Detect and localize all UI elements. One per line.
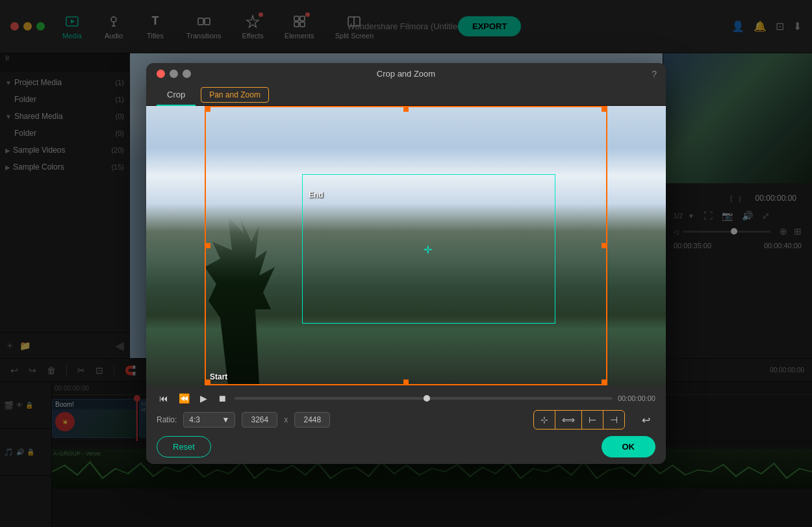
align-buttons: ⊹ ⟺ ⊢ ⊣ — [533, 410, 625, 430]
modal-window-controls — [157, 70, 191, 78]
prev-frame-button[interactable]: ⏪ — [176, 392, 192, 405]
label-end: End — [309, 190, 324, 199]
label-start: Start — [210, 372, 227, 381]
modal-tabs: Crop Pan and Zoom — [146, 84, 666, 106]
modal-overlay: Crop and Zoom ? Crop Pan and Zoom — [0, 0, 812, 527]
handle-tr[interactable] — [602, 107, 607, 112]
controls-row: Ratio: 4:3 ▼ x ⊹ ⟺ ⊢ ⊣ ↩ — [157, 410, 655, 430]
play-button[interactable]: ▶ — [197, 392, 210, 405]
ratio-chevron: ▼ — [222, 415, 229, 424]
action-buttons: Reset OK — [157, 436, 655, 457]
video-canvas[interactable]: ✛ Start End — [146, 106, 666, 385]
modal-title: Crop and Zoom — [377, 69, 435, 79]
ok-button[interactable]: OK — [602, 436, 656, 457]
tab-pan-zoom[interactable]: Pan and Zoom — [201, 87, 269, 103]
flip-h-button[interactable]: ⟺ — [555, 411, 582, 429]
align-right-button[interactable]: ⊢ — [582, 411, 603, 429]
height-input[interactable] — [294, 412, 330, 428]
playback-bar: ⏮ ⏪ ▶ ⏹ 00:00:00:00 — [157, 392, 655, 405]
step-back-button[interactable]: ⏮ — [157, 392, 171, 405]
modal-canvas-container: ✛ Start End — [146, 106, 666, 385]
crop-zoom-modal: Crop and Zoom ? Crop Pan and Zoom — [146, 63, 666, 464]
handle-rm[interactable] — [602, 243, 607, 248]
modal-close-button[interactable] — [157, 70, 165, 78]
back-arrow-button[interactable]: ↩ — [637, 411, 655, 429]
width-input[interactable] — [242, 412, 277, 428]
reset-button[interactable]: Reset — [157, 436, 211, 457]
crosshair-icon: ✛ — [424, 244, 434, 254]
modal-maximize-button[interactable] — [183, 70, 191, 78]
stop-button[interactable]: ⏹ — [215, 392, 229, 405]
ratio-label: Ratio: — [157, 415, 177, 424]
handle-br[interactable] — [602, 379, 607, 385]
cyan-inner-box[interactable]: ✛ — [302, 174, 555, 324]
modal-minimize-button[interactable] — [170, 70, 178, 78]
handle-tm[interactable] — [403, 107, 409, 112]
ratio-value: 4:3 — [189, 415, 200, 424]
center-align-button[interactable]: ⊹ — [534, 411, 555, 429]
modal-titlebar: Crop and Zoom ? — [146, 63, 666, 84]
tab-crop[interactable]: Crop — [157, 84, 196, 106]
progress-dot — [424, 395, 430, 402]
playback-time: 00:00:00:00 — [618, 394, 655, 402]
handle-bm[interactable] — [403, 379, 409, 385]
ratio-select[interactable]: 4:3 ▼ — [183, 412, 235, 428]
dimension-separator: x — [284, 415, 288, 424]
handle-lm[interactable] — [205, 243, 210, 248]
handle-tl[interactable] — [205, 107, 210, 112]
modal-bottom: ⏮ ⏪ ▶ ⏹ 00:00:00:00 Ratio: 4:3 ▼ x — [146, 385, 666, 464]
align-left-button[interactable]: ⊣ — [603, 411, 624, 429]
playback-progress[interactable] — [235, 397, 613, 400]
modal-help-icon[interactable]: ? — [652, 69, 657, 79]
